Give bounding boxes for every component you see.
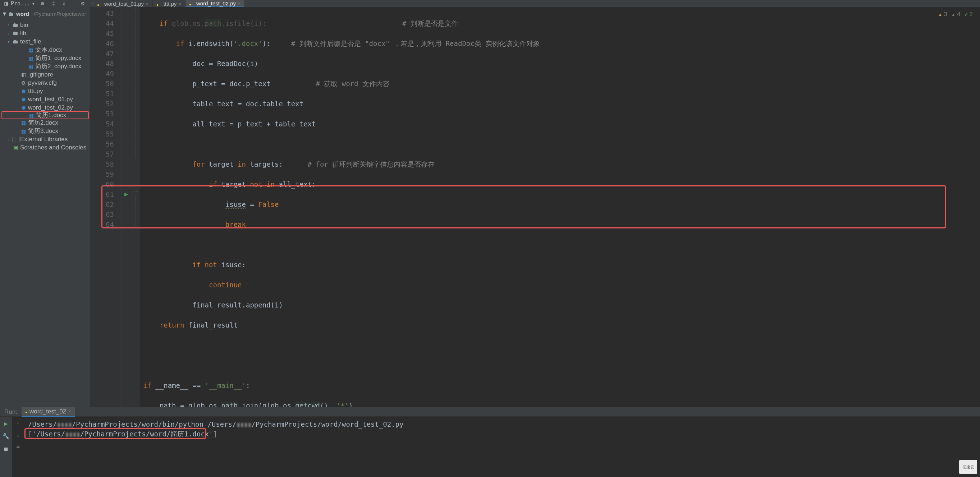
line-number[interactable]: 61: [91, 189, 114, 199]
python-file-icon: [189, 1, 194, 6]
run-tab[interactable]: word_test_02 ×: [22, 407, 75, 417]
line-number[interactable]: 51: [91, 89, 114, 99]
up-icon[interactable]: ↑: [16, 420, 19, 427]
line-number[interactable]: 58: [91, 159, 114, 169]
tab-word-test-01[interactable]: word_test_01.py ×: [94, 0, 153, 7]
docx-icon: [20, 120, 27, 126]
code-content[interactable]: if glob.os.path.isfile(i): # 判断是否是文件 if …: [140, 7, 980, 407]
tab-word-test-02[interactable]: word_test_02.py ×: [186, 0, 245, 7]
chevron-down-icon: ▾: [6, 39, 11, 44]
folder-icon: [12, 22, 19, 29]
line-number[interactable]: 45: [91, 29, 114, 38]
console-line: /Users/▮▮▮▮/PycharmProjects/word/bin/pyt…: [28, 420, 976, 429]
line-number[interactable]: 49: [91, 69, 114, 79]
tab-tttt[interactable]: tttt.py ×: [153, 0, 186, 7]
line-number[interactable]: 62: [91, 199, 114, 209]
gear-icon[interactable]: ⚙: [80, 0, 86, 7]
close-icon[interactable]: ×: [179, 1, 181, 6]
console-line: ['/Users/▮▮▮▮/PycharmProjects/word/简历1.d…: [28, 429, 976, 439]
run-header: Run: word_test_02 ×: [0, 407, 980, 417]
fold-gutter: ⊟: [133, 7, 140, 407]
line-number[interactable]: 60: [91, 179, 114, 189]
stop-icon[interactable]: ■: [4, 445, 8, 452]
chevron-right-icon: ›: [6, 31, 11, 36]
line-number[interactable]: 64: [91, 219, 114, 230]
line-number[interactable]: 47: [91, 49, 114, 59]
tree-file-gitignore[interactable]: .gitignore: [0, 70, 90, 79]
wrench-icon[interactable]: 🔧: [3, 433, 10, 440]
chevron-right-icon: ›: [6, 137, 11, 142]
python-file-icon: [20, 96, 27, 103]
tab-label: word_test_01.py: [104, 1, 144, 7]
library-icon: [12, 136, 19, 143]
run-line-icon[interactable]: ▶: [124, 190, 128, 198]
tree-file-docx[interactable]: 简历2.docx: [0, 119, 90, 127]
tab-label: tttt.py: [164, 1, 177, 7]
target-icon[interactable]: ⊕: [39, 0, 46, 7]
tree-file-py[interactable]: tttt.py: [0, 87, 90, 95]
project-sidebar: ▾ word ~/PycharmProjects/wor ›bin ›lib ▾…: [0, 7, 91, 407]
line-number[interactable]: 63: [91, 209, 114, 219]
tree-file-docx[interactable]: 文本.docx: [0, 46, 90, 54]
docx-icon: [20, 128, 27, 134]
docx-icon: [27, 47, 34, 53]
tab-label: word_test_02.py: [196, 0, 236, 6]
wrap-icon[interactable]: ⇄: [16, 443, 19, 450]
tree-file-docx-highlighted[interactable]: 简历1.docx: [2, 111, 89, 119]
rerun-icon[interactable]: ▶: [4, 420, 8, 427]
line-number[interactable]: 48: [91, 59, 114, 69]
watermark: 亿速云: [959, 460, 977, 474]
line-number-gutter[interactable]: 4344454647484950515253545556575859606162…: [91, 7, 121, 407]
line-number[interactable]: 52: [91, 99, 114, 109]
tree-folder-test-file[interactable]: ▾test_file: [0, 37, 90, 46]
tree-scratches[interactable]: Scratches and Consoles: [0, 143, 90, 152]
close-icon[interactable]: ×: [68, 409, 71, 414]
line-number[interactable]: 53: [91, 109, 114, 119]
tree-file-py[interactable]: word_test_02.py: [0, 103, 90, 112]
tree-folder-lib[interactable]: ›lib: [0, 29, 90, 37]
project-dropdown-label: Pro...: [11, 0, 30, 7]
line-number[interactable]: 54: [91, 119, 114, 129]
close-icon[interactable]: ×: [146, 1, 149, 6]
line-number[interactable]: 43: [91, 8, 114, 18]
folder-icon: [12, 38, 19, 45]
console-output[interactable]: /Users/▮▮▮▮/PycharmProjects/word/bin/pyt…: [24, 417, 980, 477]
close-icon[interactable]: ×: [238, 1, 241, 6]
project-icon: ◨: [3, 0, 10, 7]
tree-file-docx[interactable]: 简历1_copy.docx: [0, 54, 90, 62]
down-icon[interactable]: ↓: [16, 432, 19, 438]
docx-icon: [27, 55, 34, 62]
code-comment: # 判断是否是文件: [353, 19, 458, 27]
fold-marker[interactable]: ⊟: [134, 190, 138, 195]
project-root[interactable]: ▾ word ~/PycharmProjects/wor: [0, 7, 90, 20]
tree-external-libraries[interactable]: ›External Libraries: [0, 135, 90, 143]
line-number[interactable]: 56: [91, 139, 114, 149]
folder-icon: [12, 30, 19, 36]
line-number[interactable]: 57: [91, 149, 114, 159]
line-number[interactable]: 46: [91, 38, 114, 49]
file-tree: ›bin ›lib ▾test_file 文本.docx 简历1_copy.do…: [0, 20, 90, 152]
docx-icon: [27, 63, 34, 70]
tree-folder-bin[interactable]: ›bin: [0, 21, 90, 29]
tree-file-docx[interactable]: 简历2_copy.docx: [0, 62, 90, 70]
collapse-icon[interactable]: ≑: [50, 0, 56, 7]
line-number[interactable]: 50: [91, 79, 114, 89]
line-number[interactable]: 44: [91, 18, 114, 29]
expand-icon[interactable]: ↕: [61, 0, 67, 7]
run-toolbar: ▶ 🔧 ■: [0, 417, 12, 477]
fold-line: [135, 8, 136, 159]
tree-file-py[interactable]: word_test_01.py: [0, 95, 90, 103]
tree-file-cfg[interactable]: pyvenv.cfg: [0, 79, 90, 87]
python-file-icon: [20, 105, 27, 111]
scratch-icon: [12, 144, 19, 151]
chevron-down-icon: ▾: [3, 10, 6, 17]
line-number[interactable]: 55: [91, 129, 114, 139]
cfg-icon: [20, 80, 27, 86]
python-file-icon: [97, 1, 102, 6]
docx-icon: [28, 112, 35, 119]
line-number[interactable]: 59: [91, 169, 114, 179]
project-dropdown[interactable]: ◨ Pro... ▾: [3, 0, 35, 7]
python-file-icon: [156, 1, 161, 6]
tree-file-docx[interactable]: 简历3.docx: [0, 127, 90, 135]
project-root-label: word ~/PycharmProjects/wor: [16, 11, 86, 17]
